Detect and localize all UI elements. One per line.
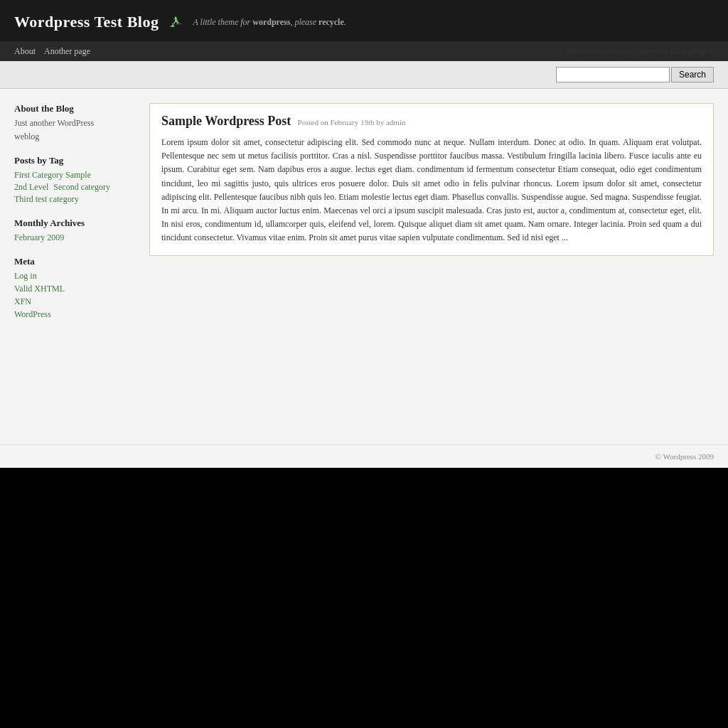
meta-heading: Meta [14, 256, 128, 267]
tag-first-category[interactable]: First Category Sample [14, 170, 91, 181]
search-input[interactable] [556, 67, 670, 82]
meta-wordpress[interactable]: WordPress [14, 309, 128, 320]
blog-post: Sample Wordpress Post Posted on February… [149, 103, 714, 256]
navbar: About Another page Please activate the r… [0, 41, 728, 61]
about-desc1: Just another WordPress [14, 118, 128, 129]
post-title: Sample Wordpress Post [161, 114, 291, 128]
nav-links: About Another page [14, 46, 90, 57]
copyright: © Wordpress 2009 [655, 452, 714, 461]
post-header: Sample Wordpress Post Posted on February… [161, 114, 702, 129]
nav-another-page[interactable]: Another page [44, 46, 90, 57]
site-tagline: A little theme for wordpress, please rec… [193, 17, 346, 28]
meta-login[interactable]: Log in [14, 271, 128, 282]
activate-message: Please activate the recycled data plugin… [566, 46, 714, 57]
tag-third-category[interactable]: Third test category [14, 194, 79, 205]
monthly-archives-heading: Monthly Archives [14, 218, 128, 229]
site-title: Wordpress Test Blog [14, 13, 159, 31]
search-button[interactable]: Search [671, 67, 714, 82]
footer: © Wordpress 2009 [0, 444, 728, 468]
posts-by-tag-heading: Posts by Tag [14, 155, 128, 166]
tag-second-category[interactable]: Second category [53, 182, 110, 193]
bottom-bar [0, 468, 728, 728]
about-heading: About the Blog [14, 103, 128, 114]
meta-valid-xhtml[interactable]: Valid XHTML [14, 284, 128, 294]
meta-xfn[interactable]: XFN [14, 296, 128, 307]
meta-links: Log in Valid XHTML XFN WordPress [14, 271, 128, 320]
about-desc2: weblog [14, 132, 128, 142]
searchbar: Search [0, 61, 728, 89]
post-meta: Posted on February 19th by admin [298, 118, 406, 127]
archive-feb-2009[interactable]: February 2009 [14, 232, 128, 243]
post-body: Lorem ipsum dolor sit amet, consectetur … [161, 136, 702, 245]
tag-2nd-level[interactable]: 2nd Level [14, 182, 48, 193]
recycle-icon [168, 15, 183, 29]
site-header: Wordpress Test Blog A little theme for w… [0, 0, 728, 41]
sidebar: About the Blog Just another WordPress we… [14, 103, 128, 430]
nav-about[interactable]: About [14, 46, 36, 57]
tags-list: First Category Sample 2nd Level Second c… [14, 170, 128, 205]
main-content: About the Blog Just another WordPress we… [0, 89, 728, 444]
content-area: Sample Wordpress Post Posted on February… [149, 103, 714, 430]
